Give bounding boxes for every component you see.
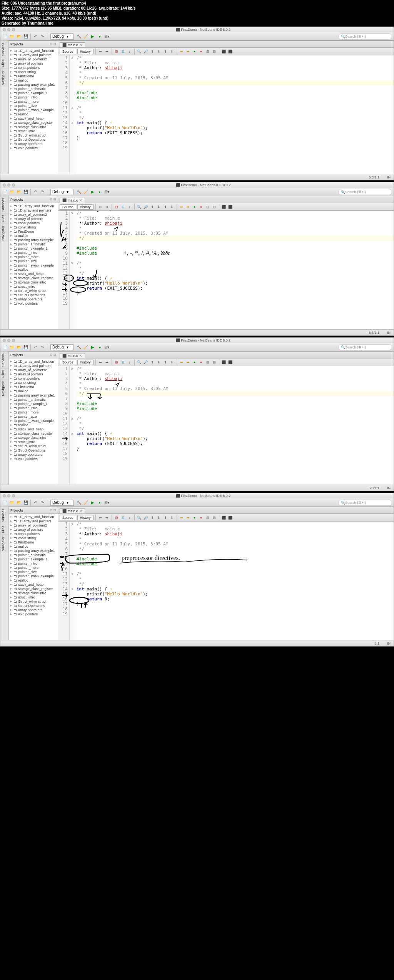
code-line[interactable]: /* xyxy=(77,366,394,371)
fold-marker[interactable] xyxy=(70,401,74,406)
save-all-icon[interactable]: 💾 xyxy=(23,500,29,506)
window-titlebar[interactable]: ⬛ FirstDemo - NetBeans IDE 8.0.2 xyxy=(0,493,394,498)
project-item[interactable]: ▸ 🗀 pointer_arithmatic xyxy=(10,87,57,91)
code-line[interactable]: * xyxy=(77,577,394,582)
fold-marker[interactable] xyxy=(70,125,74,130)
code-line[interactable]: * File: main.c xyxy=(77,60,394,65)
macro-start-icon[interactable]: ● xyxy=(192,204,197,210)
expand-arrow-icon[interactable]: ▸ xyxy=(10,74,13,78)
minimize-panel-icon[interactable]: ⊡ xyxy=(50,353,53,357)
project-item[interactable]: ▸ 🗀 stack_and_heap xyxy=(10,427,57,431)
code-line[interactable]: */ xyxy=(77,547,394,552)
expand-arrow-icon[interactable]: ▸ xyxy=(10,297,13,301)
clean-build-icon[interactable]: 🧹 xyxy=(83,500,89,506)
fold-marker[interactable] xyxy=(70,456,74,461)
macro-start-icon[interactable]: ● xyxy=(192,515,197,520)
magnify-icon[interactable]: 🔍 xyxy=(137,204,142,210)
bookmark-icon[interactable]: ⬆ xyxy=(163,204,168,210)
save-all-icon[interactable]: 💾 xyxy=(23,33,29,40)
save-all-icon[interactable]: 💾 xyxy=(23,344,29,350)
project-item[interactable]: ▸ 🗀 Struct Operations xyxy=(10,293,57,297)
expand-arrow-icon[interactable]: ▸ xyxy=(10,100,13,103)
new-file-icon[interactable]: 📄 xyxy=(2,344,8,350)
fold-marker[interactable] xyxy=(70,441,74,446)
fold-marker[interactable] xyxy=(70,271,74,276)
code-line[interactable] xyxy=(77,612,394,617)
clean-build-icon[interactable]: 🧹 xyxy=(83,189,89,195)
fold-marker[interactable] xyxy=(70,140,74,145)
minimize-panel-icon[interactable]: ⊡ xyxy=(50,508,53,512)
code-line[interactable] xyxy=(77,552,394,557)
expand-arrow-icon[interactable]: ▸ xyxy=(10,104,13,107)
code-line[interactable]: * xyxy=(77,381,394,386)
profile-icon[interactable]: ⊞▾ xyxy=(104,344,110,350)
fold-marker[interactable] xyxy=(70,607,74,612)
expand-arrow-icon[interactable]: ▸ xyxy=(10,121,13,124)
find-sel-icon[interactable]: 🔎 xyxy=(143,204,149,210)
projects-tree[interactable]: ▸ 🗀 1D_array_and_function ▸ 🗀 1D array a… xyxy=(9,358,58,485)
fold-marker[interactable] xyxy=(70,100,74,105)
history-tab[interactable]: History xyxy=(77,204,93,210)
source-tab[interactable]: Source xyxy=(60,204,76,210)
expand-arrow-icon[interactable]: ▸ xyxy=(10,221,13,225)
prev-icon[interactable]: ↓ xyxy=(127,360,132,365)
macro-stop-icon[interactable]: ● xyxy=(199,360,204,365)
project-item[interactable]: ▸ 🗀 const pointers xyxy=(10,65,57,70)
navigator-tab[interactable]: Navigator xyxy=(0,379,8,398)
code-line[interactable]: int main() { ⚡ xyxy=(77,587,394,592)
goto-source-icon[interactable]: ⬛ xyxy=(228,515,233,520)
expand-arrow-icon[interactable]: ▸ xyxy=(10,591,13,595)
project-item[interactable]: ▸ 🗀 pointer_size xyxy=(10,570,57,574)
nav-back-icon[interactable]: ⬅ xyxy=(98,49,103,54)
code-line[interactable]: */ xyxy=(77,391,394,396)
code-line[interactable]: * Author: shibaji xyxy=(77,376,394,381)
project-item[interactable]: ▸ 🗀 pointer_arithmatic xyxy=(10,397,57,402)
code-line[interactable]: printf("Hello World\n"); xyxy=(77,125,394,130)
code-line[interactable] xyxy=(77,85,394,90)
config-dropdown[interactable]: Debug▾ xyxy=(50,500,73,506)
fold-marker[interactable] xyxy=(70,281,74,286)
project-item[interactable]: ▸ 🗀 pointer_swap_example xyxy=(10,574,57,578)
expand-arrow-icon[interactable]: ▸ xyxy=(10,289,13,292)
project-item[interactable]: ▸ 🗀 struct_intro xyxy=(10,440,57,444)
project-item[interactable]: ▸ 🗀 FirstDemo xyxy=(10,229,57,233)
code-line[interactable]: printf("Hello World\n"); xyxy=(77,592,394,597)
code-line[interactable] xyxy=(77,396,394,401)
clean-build-icon[interactable]: 🧹 xyxy=(83,33,89,40)
code-editor[interactable]: 12345678910111213141516171819 ⊟⊟⊟ /* * F… xyxy=(58,211,394,329)
code-content[interactable]: /* * File: main.c * Author: shibaji * * … xyxy=(74,366,394,485)
minimize-panel-icon[interactable]: ⊡ xyxy=(50,42,53,46)
minimize-icon[interactable] xyxy=(7,494,10,497)
project-item[interactable]: ▸ 🗀 passing array example1 xyxy=(10,238,57,242)
fold-marker[interactable] xyxy=(70,592,74,597)
project-item[interactable]: ▸ 🗀 array_of_pointers2 xyxy=(10,212,57,217)
zoom-icon[interactable] xyxy=(12,494,15,497)
fold-marker[interactable]: ⊟ xyxy=(70,261,74,266)
services-tab[interactable]: Services xyxy=(0,196,8,213)
shift-left-icon[interactable]: ⬅ xyxy=(179,49,184,54)
fold-marker[interactable] xyxy=(70,85,74,90)
fold-marker[interactable] xyxy=(70,241,74,246)
project-item[interactable]: ▸ 🗀 array_of_pointers2 xyxy=(10,368,57,372)
project-item[interactable]: ▸ 🗀 const string xyxy=(10,536,57,540)
project-item[interactable]: ▸ 🗀 Struct_wihin struct xyxy=(10,133,57,137)
code-line[interactable]: #include xyxy=(77,406,394,411)
code-line[interactable]: /* xyxy=(77,416,394,421)
code-line[interactable]: */ xyxy=(77,582,394,587)
shift-right-icon[interactable]: ➡ xyxy=(185,204,191,210)
project-item[interactable]: ▸ 🗀 pointer_example_1 xyxy=(10,91,57,95)
expand-arrow-icon[interactable]: ▸ xyxy=(10,129,13,133)
window-titlebar[interactable]: ⬛ FirstDemo - NetBeans IDE 8.0.2 xyxy=(0,27,394,32)
fold-marker[interactable] xyxy=(70,421,74,426)
find-sel-icon[interactable]: 🔎 xyxy=(143,515,149,520)
expand-arrow-icon[interactable]: ▸ xyxy=(10,406,13,410)
expand-arrow-icon[interactable]: ▸ xyxy=(10,570,13,573)
zoom-icon[interactable] xyxy=(12,28,15,31)
project-item[interactable]: ▸ 🗀 Struct_wihin struct xyxy=(10,288,57,293)
expand-arrow-icon[interactable]: ▸ xyxy=(10,242,13,246)
project-item[interactable]: ▸ 🗀 const pointers xyxy=(10,376,57,380)
debug-icon[interactable]: ▸ xyxy=(97,500,103,506)
project-item[interactable]: ▸ 🗀 1D array and pointers xyxy=(10,519,57,523)
expand-arrow-icon[interactable]: ▸ xyxy=(10,268,13,271)
code-line[interactable] xyxy=(77,256,394,261)
